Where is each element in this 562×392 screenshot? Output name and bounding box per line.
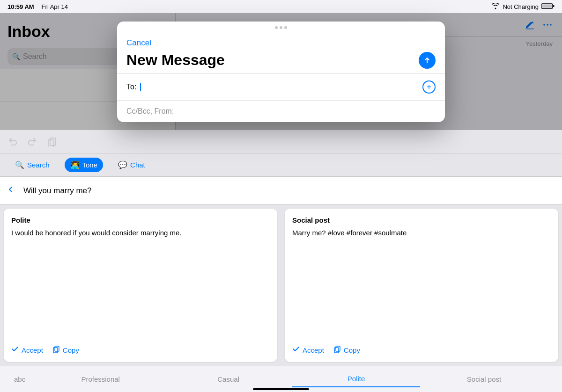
modal-overlay: Cancel New Message To: + Cc/Bcc, From: [0, 0, 562, 392]
cc-field-row[interactable]: Cc/Bcc, From: [117, 101, 445, 122]
modal-title: New Message [126, 51, 225, 69]
new-message-modal: Cancel New Message To: + Cc/Bcc, From: [117, 22, 445, 122]
modal-dots [275, 26, 287, 29]
modal-header: Cancel New Message [117, 31, 445, 74]
add-recipient-button[interactable]: + [422, 80, 436, 94]
to-input[interactable] [140, 83, 422, 92]
modal-dot-2 [280, 26, 282, 29]
cursor [140, 83, 141, 91]
modal-dot-3 [284, 26, 287, 29]
modal-title-row: New Message [126, 51, 436, 69]
cancel-button[interactable]: Cancel [126, 38, 151, 48]
cc-label: Cc/Bcc, From: [126, 107, 174, 115]
send-button[interactable] [419, 52, 436, 69]
modal-dot-1 [275, 26, 278, 29]
to-field-row: To: + [117, 74, 445, 101]
to-label: To: [126, 83, 136, 91]
modal-drag-handle [117, 22, 445, 31]
